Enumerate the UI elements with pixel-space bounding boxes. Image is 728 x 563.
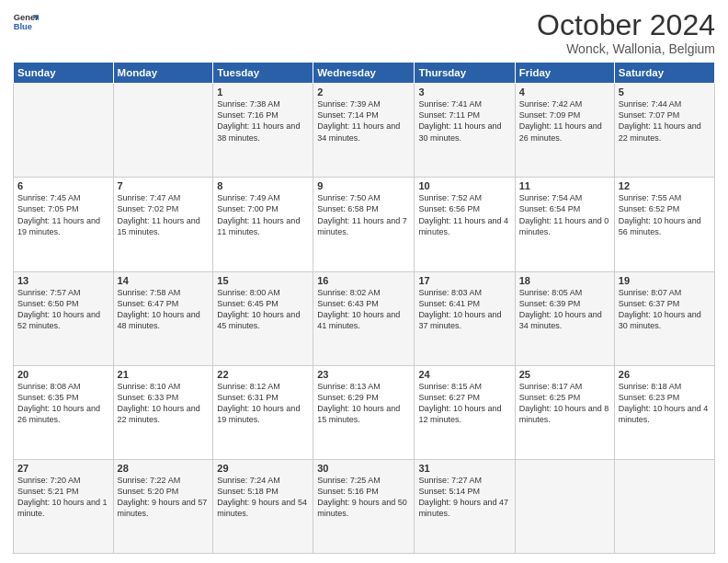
- calendar-cell: 28Sunrise: 7:22 AMSunset: 5:20 PMDayligh…: [113, 459, 213, 553]
- day-number: 15: [217, 275, 309, 286]
- month-title: October 2024: [537, 9, 715, 41]
- day-detail: Sunrise: 7:52 AMSunset: 6:56 PMDaylight:…: [418, 192, 510, 237]
- day-detail: Sunrise: 8:07 AMSunset: 6:37 PMDaylight:…: [619, 287, 711, 332]
- weekday-header-saturday: Saturday: [614, 63, 714, 84]
- day-number: 11: [519, 180, 610, 191]
- calendar-cell: [515, 459, 614, 553]
- day-detail: Sunrise: 7:54 AMSunset: 6:54 PMDaylight:…: [519, 192, 610, 237]
- day-detail: Sunrise: 7:20 AMSunset: 5:21 PMDaylight:…: [17, 475, 109, 520]
- day-number: 23: [317, 369, 410, 380]
- calendar-cell: 3Sunrise: 7:41 AMSunset: 7:11 PMDaylight…: [415, 84, 515, 178]
- logo-icon: General Blue: [13, 9, 39, 35]
- calendar-cell: 27Sunrise: 7:20 AMSunset: 5:21 PMDayligh…: [14, 459, 114, 553]
- calendar-cell: 31Sunrise: 7:27 AMSunset: 5:14 PMDayligh…: [415, 459, 515, 553]
- day-number: 4: [519, 86, 610, 98]
- day-detail: Sunrise: 8:03 AMSunset: 6:41 PMDaylight:…: [418, 287, 510, 332]
- day-detail: Sunrise: 7:41 AMSunset: 7:11 PMDaylight:…: [418, 98, 510, 144]
- weekday-header-wednesday: Wednesday: [313, 63, 415, 84]
- calendar-cell: 5Sunrise: 7:44 AMSunset: 7:07 PMDaylight…: [614, 84, 714, 178]
- calendar-cell: 20Sunrise: 8:08 AMSunset: 6:35 PMDayligh…: [14, 365, 114, 459]
- day-number: 27: [17, 463, 109, 474]
- day-detail: Sunrise: 7:27 AMSunset: 5:14 PMDaylight:…: [418, 475, 510, 520]
- calendar-cell: 6Sunrise: 7:45 AMSunset: 7:05 PMDaylight…: [14, 178, 114, 271]
- day-detail: Sunrise: 7:49 AMSunset: 7:00 PMDaylight:…: [217, 192, 309, 237]
- calendar-cell: 9Sunrise: 7:50 AMSunset: 6:58 PMDaylight…: [313, 178, 415, 271]
- day-detail: Sunrise: 7:45 AMSunset: 7:05 PMDaylight:…: [17, 192, 109, 237]
- calendar-table: SundayMondayTuesdayWednesdayThursdayFrid…: [13, 62, 715, 554]
- calendar-cell: [14, 84, 114, 178]
- day-number: 16: [317, 275, 410, 286]
- day-number: 30: [317, 463, 410, 474]
- day-number: 17: [418, 275, 510, 286]
- day-detail: Sunrise: 7:58 AMSunset: 6:47 PMDaylight:…: [118, 287, 210, 332]
- calendar-cell: 22Sunrise: 8:12 AMSunset: 6:31 PMDayligh…: [213, 365, 313, 459]
- day-number: 5: [619, 86, 711, 98]
- day-detail: Sunrise: 7:42 AMSunset: 7:09 PMDaylight:…: [519, 98, 610, 144]
- day-number: 13: [17, 275, 109, 286]
- day-detail: Sunrise: 8:18 AMSunset: 6:23 PMDaylight:…: [619, 381, 711, 426]
- day-number: 3: [418, 86, 510, 98]
- day-number: 1: [217, 86, 309, 98]
- day-detail: Sunrise: 8:02 AMSunset: 6:43 PMDaylight:…: [317, 287, 410, 332]
- calendar-cell: 15Sunrise: 8:00 AMSunset: 6:45 PMDayligh…: [213, 271, 313, 365]
- weekday-header-sunday: Sunday: [14, 63, 114, 84]
- day-number: 21: [118, 369, 210, 380]
- logo: General Blue: [13, 9, 39, 35]
- calendar-cell: 26Sunrise: 8:18 AMSunset: 6:23 PMDayligh…: [614, 365, 714, 459]
- location: Wonck, Wallonia, Belgium: [537, 41, 715, 56]
- day-detail: Sunrise: 7:50 AMSunset: 6:58 PMDaylight:…: [317, 192, 410, 237]
- weekday-header-thursday: Thursday: [415, 63, 515, 84]
- calendar-cell: 21Sunrise: 8:10 AMSunset: 6:33 PMDayligh…: [113, 365, 213, 459]
- calendar-cell: 4Sunrise: 7:42 AMSunset: 7:09 PMDaylight…: [515, 84, 614, 178]
- day-number: 9: [317, 180, 410, 191]
- calendar-cell: 12Sunrise: 7:55 AMSunset: 6:52 PMDayligh…: [614, 178, 714, 271]
- day-detail: Sunrise: 7:57 AMSunset: 6:50 PMDaylight:…: [17, 287, 109, 332]
- calendar-cell: 11Sunrise: 7:54 AMSunset: 6:54 PMDayligh…: [515, 178, 614, 271]
- calendar-cell: [113, 84, 213, 178]
- calendar-cell: 17Sunrise: 8:03 AMSunset: 6:41 PMDayligh…: [415, 271, 515, 365]
- day-detail: Sunrise: 8:10 AMSunset: 6:33 PMDaylight:…: [118, 381, 210, 426]
- calendar-cell: 23Sunrise: 8:13 AMSunset: 6:29 PMDayligh…: [313, 365, 415, 459]
- day-detail: Sunrise: 8:00 AMSunset: 6:45 PMDaylight:…: [217, 287, 309, 332]
- day-detail: Sunrise: 7:47 AMSunset: 7:02 PMDaylight:…: [118, 192, 210, 237]
- day-number: 31: [418, 463, 510, 474]
- calendar-cell: 13Sunrise: 7:57 AMSunset: 6:50 PMDayligh…: [14, 271, 114, 365]
- day-detail: Sunrise: 7:55 AMSunset: 6:52 PMDaylight:…: [619, 192, 711, 237]
- calendar-cell: 29Sunrise: 7:24 AMSunset: 5:18 PMDayligh…: [213, 459, 313, 553]
- day-number: 29: [217, 463, 309, 474]
- calendar-cell: 2Sunrise: 7:39 AMSunset: 7:14 PMDaylight…: [313, 84, 415, 178]
- day-number: 22: [217, 369, 309, 380]
- calendar-cell: 7Sunrise: 7:47 AMSunset: 7:02 PMDaylight…: [113, 178, 213, 271]
- day-detail: Sunrise: 8:12 AMSunset: 6:31 PMDaylight:…: [217, 381, 309, 426]
- day-detail: Sunrise: 7:38 AMSunset: 7:16 PMDaylight:…: [217, 98, 309, 144]
- day-number: 7: [118, 180, 210, 191]
- weekday-header-friday: Friday: [515, 63, 614, 84]
- day-number: 6: [17, 180, 109, 191]
- day-detail: Sunrise: 8:05 AMSunset: 6:39 PMDaylight:…: [519, 287, 610, 332]
- day-detail: Sunrise: 8:15 AMSunset: 6:27 PMDaylight:…: [418, 381, 510, 426]
- calendar-cell: 24Sunrise: 8:15 AMSunset: 6:27 PMDayligh…: [415, 365, 515, 459]
- calendar-cell: 25Sunrise: 8:17 AMSunset: 6:25 PMDayligh…: [515, 365, 614, 459]
- day-number: 10: [418, 180, 510, 191]
- day-number: 12: [619, 180, 711, 191]
- svg-text:Blue: Blue: [14, 22, 32, 31]
- day-detail: Sunrise: 7:39 AMSunset: 7:14 PMDaylight:…: [317, 98, 410, 144]
- day-detail: Sunrise: 8:17 AMSunset: 6:25 PMDaylight:…: [519, 381, 610, 426]
- day-number: 25: [519, 369, 610, 380]
- calendar-cell: 30Sunrise: 7:25 AMSunset: 5:16 PMDayligh…: [313, 459, 415, 553]
- calendar-cell: 14Sunrise: 7:58 AMSunset: 6:47 PMDayligh…: [113, 271, 213, 365]
- day-detail: Sunrise: 7:25 AMSunset: 5:16 PMDaylight:…: [317, 475, 410, 520]
- day-number: 28: [118, 463, 210, 474]
- weekday-header-tuesday: Tuesday: [213, 63, 313, 84]
- day-number: 20: [17, 369, 109, 380]
- day-detail: Sunrise: 7:24 AMSunset: 5:18 PMDaylight:…: [217, 475, 309, 520]
- day-detail: Sunrise: 7:22 AMSunset: 5:20 PMDaylight:…: [118, 475, 210, 520]
- svg-text:General: General: [14, 13, 39, 22]
- calendar-cell: 8Sunrise: 7:49 AMSunset: 7:00 PMDaylight…: [213, 178, 313, 271]
- day-number: 19: [619, 275, 711, 286]
- calendar-cell: 18Sunrise: 8:05 AMSunset: 6:39 PMDayligh…: [515, 271, 614, 365]
- day-number: 26: [619, 369, 711, 380]
- title-block: October 2024 Wonck, Wallonia, Belgium: [537, 9, 715, 56]
- day-number: 14: [118, 275, 210, 286]
- day-number: 18: [519, 275, 610, 286]
